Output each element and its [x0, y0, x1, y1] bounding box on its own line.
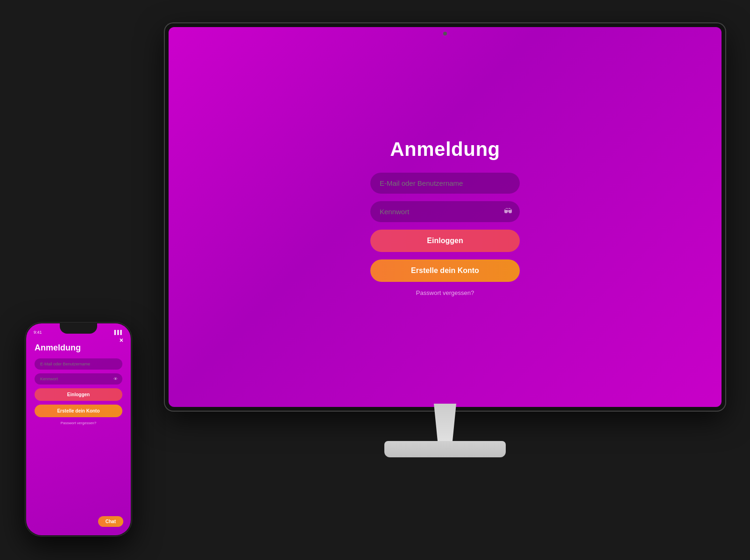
phone: × 9:41 ▌▌▌ Anmeldung 👁 Einloggen: [25, 322, 132, 537]
monitor: Anmeldung 🕶 Einloggen Erstelle dein Kont…: [165, 23, 725, 467]
phone-time: 9:41: [34, 330, 42, 335]
monitor-email-wrapper: [370, 173, 520, 194]
phone-email-input[interactable]: [35, 358, 122, 370]
monitor-stand-base: [384, 441, 506, 457]
monitor-bezel: Anmeldung 🕶 Einloggen Erstelle dein Kont…: [165, 23, 725, 411]
phone-forgot-password-link[interactable]: Passwort vergessen?: [61, 421, 96, 425]
phone-create-account-button[interactable]: Erstelle dein Konto: [35, 405, 122, 417]
phone-password-wrapper: 👁: [35, 373, 122, 385]
monitor-login-form: Anmeldung 🕶 Einloggen Erstelle dein Kont…: [370, 138, 520, 296]
phone-body: × 9:41 ▌▌▌ Anmeldung 👁 Einloggen: [25, 322, 132, 537]
phone-signal: ▌▌▌: [114, 330, 123, 335]
phone-password-input[interactable]: [35, 373, 122, 385]
phone-content: Anmeldung 👁 Einloggen Erstelle dein Kont…: [26, 337, 131, 535]
phone-eye-icon[interactable]: 👁: [113, 377, 118, 381]
monitor-login-title: Anmeldung: [390, 138, 500, 161]
monitor-eye-icon[interactable]: 🕶: [504, 207, 512, 217]
monitor-email-input[interactable]: [370, 173, 520, 194]
phone-close-button[interactable]: ×: [120, 336, 123, 344]
monitor-create-account-button[interactable]: Erstelle dein Konto: [370, 259, 520, 282]
monitor-forgot-password-link[interactable]: Passwort vergessen?: [416, 289, 474, 296]
scene: Anmeldung 🕶 Einloggen Erstelle dein Kont…: [25, 23, 725, 537]
phone-chat-button[interactable]: Chat: [98, 516, 123, 527]
phone-notch: [60, 323, 97, 334]
monitor-login-button[interactable]: Einloggen: [370, 230, 520, 252]
phone-login-title: Anmeldung: [35, 343, 81, 353]
monitor-screen: Anmeldung 🕶 Einloggen Erstelle dein Kont…: [169, 27, 722, 407]
phone-login-button[interactable]: Einloggen: [35, 388, 122, 401]
phone-screen: × 9:41 ▌▌▌ Anmeldung 👁 Einloggen: [26, 323, 131, 535]
phone-email-wrapper: [35, 358, 122, 370]
monitor-password-wrapper: 🕶: [370, 201, 520, 222]
monitor-password-input[interactable]: [370, 201, 520, 222]
